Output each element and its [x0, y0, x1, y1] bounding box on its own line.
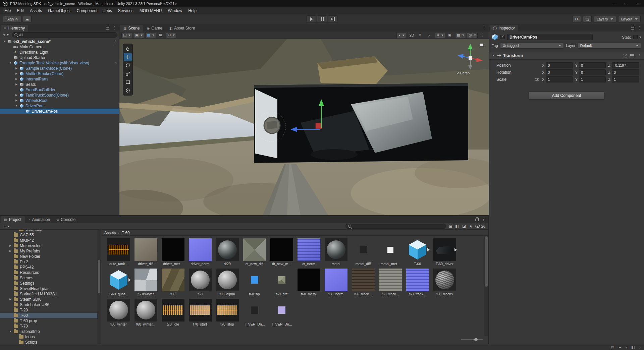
- tab-game[interactable]: ◉ Game: [143, 25, 165, 32]
- gameobject-name-field[interactable]: DriverCamPos: [507, 34, 593, 40]
- asset-tile[interactable]: t60_winter: [105, 299, 132, 326]
- search-by-type-icon[interactable]: ◧: [455, 224, 459, 229]
- expand-toggle[interactable]: [15, 103, 18, 109]
- close-button[interactable]: ×: [632, 0, 644, 7]
- step-button[interactable]: [328, 15, 338, 23]
- scene-header-row[interactable]: er2_vehicle_scene* ⋮: [0, 39, 119, 44]
- axis-z-field[interactable]: 0: [612, 69, 639, 75]
- axis-y-field[interactable]: 0: [579, 62, 606, 68]
- scale-tool[interactable]: [124, 70, 132, 78]
- menu-item[interactable]: MOD MENU: [137, 7, 165, 14]
- gizmos-icon[interactable]: ◎: [467, 32, 478, 38]
- breadcrumb-current[interactable]: T-60: [122, 231, 129, 235]
- lock-icon[interactable]: [631, 27, 634, 30]
- asset-tile[interactable]: auto_tank...: [105, 238, 132, 266]
- thumbnail-size-slider[interactable]: [461, 338, 483, 342]
- asset-tile[interactable]: T-60: [404, 238, 431, 266]
- notifications-icon[interactable]: ▤: [611, 345, 614, 349]
- expand-toggle[interactable]: [9, 60, 12, 66]
- folder-row[interactable]: New Folder: [0, 254, 101, 259]
- folder-row[interactable]: SovietHeadgear: [0, 286, 101, 291]
- folder-row[interactable]: GAZ-55: [0, 232, 101, 238]
- panel-menu-icon[interactable]: ⋮: [482, 25, 486, 30]
- component-menu-icon[interactable]: ⋮: [637, 53, 641, 58]
- camera-settings-icon[interactable]: ▦: [455, 32, 466, 38]
- active-checkbox[interactable]: [500, 35, 505, 39]
- asset-tile[interactable]: T_VEH_Dri...: [268, 299, 295, 326]
- scene-options-icon[interactable]: ⋮: [113, 40, 117, 44]
- shading-mode-icon[interactable]: ◑: [396, 32, 406, 38]
- asset-tile[interactable]: t60_track...: [350, 269, 376, 296]
- menu-item[interactable]: Component: [73, 7, 100, 14]
- viewport-overlay-icon[interactable]: [480, 44, 483, 46]
- menu-item[interactable]: File: [1, 7, 14, 14]
- 2d-toggle[interactable]: 2D: [407, 32, 416, 38]
- folder-row[interactable]: T-60 prop: [0, 318, 101, 324]
- chevron-down-icon[interactable]: [639, 37, 641, 38]
- folder-row[interactable]: T-70: [0, 324, 101, 329]
- folder-row[interactable]: MKb-42: [0, 238, 101, 243]
- hierarchy-row[interactable]: MufflerSmoke(Clone): [0, 71, 119, 76]
- panel-menu-icon[interactable]: ⋮: [112, 25, 116, 30]
- asset-tile[interactable]: driver_met...: [160, 238, 186, 266]
- cloud-status-icon[interactable]: ☁: [618, 345, 622, 349]
- expand-toggle[interactable]: ▼: [492, 53, 495, 58]
- menu-item[interactable]: Assets: [27, 7, 45, 14]
- static-checkbox[interactable]: [633, 35, 638, 39]
- asset-tile[interactable]: t60_bp: [241, 269, 268, 296]
- breadcrumb-root[interactable]: Assets: [104, 231, 116, 235]
- folder-row[interactable]: Resources: [0, 270, 101, 275]
- menu-item[interactable]: Services: [115, 7, 137, 14]
- expand-toggle[interactable]: [15, 71, 18, 76]
- asset-tile[interactable]: t60_track...: [377, 269, 404, 296]
- add-component-button[interactable]: Add Component: [528, 92, 605, 100]
- visibility-toggle-icon[interactable]: ◉: [446, 32, 454, 38]
- hierarchy-row[interactable]: WheelsRoot: [0, 98, 119, 103]
- folder-row[interactable]: Weapons: [0, 230, 101, 232]
- snap-settings-icon[interactable]: ⊡: [166, 32, 176, 38]
- asset-grid-scrollbar[interactable]: [484, 236, 488, 336]
- hierarchy-row[interactable]: DriverPort: [0, 103, 119, 109]
- menu-item[interactable]: Help: [185, 7, 200, 14]
- scene-viewport[interactable]: < Persp: [119, 39, 489, 215]
- pause-button[interactable]: [317, 15, 327, 23]
- project-search-input[interactable]: [345, 224, 446, 229]
- folder-row[interactable]: Steam SDK: [0, 297, 101, 302]
- hierarchy-row[interactable]: Example Tank Vehicle (with Visor view): [0, 60, 119, 66]
- global-search-button[interactable]: [583, 16, 592, 22]
- asset-tile[interactable]: t70_start: [187, 299, 213, 326]
- hierarchy-row[interactable]: Directional Light: [0, 50, 119, 55]
- tab-project[interactable]: ▤ Project: [1, 216, 25, 223]
- tab-hierarchy[interactable]: ≡ Hierarchy: [1, 25, 28, 32]
- hierarchy-row[interactable]: SampleTankModel(Clone): [0, 66, 119, 71]
- axis-y-field[interactable]: 1: [579, 76, 606, 82]
- asset-tile[interactable]: dt_norm: [296, 238, 322, 266]
- hidden-count[interactable]: 26: [475, 224, 485, 228]
- expand-toggle[interactable]: [9, 243, 12, 248]
- grid-visibility-icon[interactable]: ▦: [145, 32, 156, 38]
- lock-icon[interactable]: [475, 219, 479, 221]
- layers-dropdown[interactable]: Layers: [594, 16, 616, 22]
- lock-icon[interactable]: [106, 27, 109, 30]
- effects-toggle-icon[interactable]: ∗: [435, 32, 445, 38]
- asset-tile[interactable]: driver_diff: [132, 238, 159, 266]
- activity-indicator-icon[interactable]: ◌: [638, 345, 641, 349]
- folder-row[interactable]: Springfield M1903A1: [0, 291, 101, 297]
- asset-tile[interactable]: t60_metal: [296, 269, 322, 296]
- help-icon[interactable]: ?: [623, 54, 627, 58]
- folder-row[interactable]: Scenes: [0, 275, 101, 281]
- create-gameobject-button[interactable]: +: [2, 32, 10, 37]
- folder-row[interactable]: TutorialInfo: [0, 329, 101, 334]
- folder-row[interactable]: My Prefabs: [0, 248, 101, 254]
- hierarchy-row[interactable]: FrontBoxCollider: [0, 87, 119, 93]
- hierarchy-row[interactable]: Seats: [0, 82, 119, 87]
- menu-item[interactable]: Jobs: [100, 7, 115, 14]
- tab-scene[interactable]: ▦ Scene: [120, 25, 143, 32]
- folder-row[interactable]: Motorcycles: [0, 243, 101, 248]
- expand-toggle[interactable]: [9, 248, 12, 254]
- play-button[interactable]: [306, 15, 316, 23]
- hierarchy-row[interactable]: DriverCamPos: [0, 109, 119, 114]
- hierarchy-row[interactable]: Main Camera: [0, 44, 119, 50]
- panel-menu-icon[interactable]: ⋮: [637, 25, 641, 30]
- tab-animation[interactable]: ◔ Animation: [25, 216, 53, 223]
